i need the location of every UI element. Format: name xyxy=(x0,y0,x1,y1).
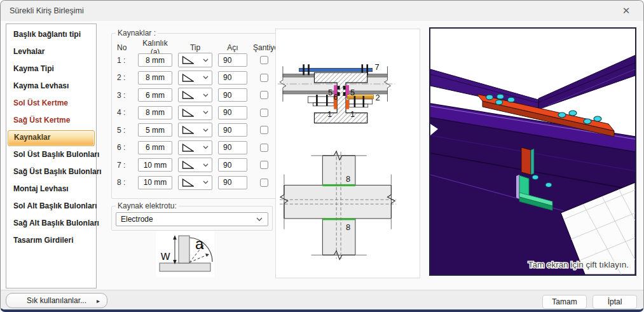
sidebar-item-sa-st-kertme[interactable]: Sağ Üst Kertme xyxy=(6,112,96,130)
sidebar-item-levhalar[interactable]: Levhalar xyxy=(6,44,96,61)
weld-row-number: 2 : xyxy=(117,73,132,82)
favorites-button[interactable]: Sık kullanılanlar... ▸ xyxy=(6,293,107,308)
angle-input[interactable] xyxy=(218,176,247,189)
weld-row-number: 7 : xyxy=(117,161,132,170)
angle-input[interactable] xyxy=(218,123,247,137)
sidebar-item-sol-alt-ba-l-k-bulonlar[interactable]: Sol Alt Başlık Bulonları xyxy=(6,198,96,215)
weld-row: 5 : xyxy=(114,121,275,139)
weld-row: 8 : xyxy=(114,174,275,192)
weld-type-select[interactable] xyxy=(178,175,212,190)
weld-row-number: 5 : xyxy=(117,126,132,135)
sidebar-item-tasar-m-girdileri[interactable]: Tasarım Girdileri xyxy=(6,233,96,250)
sidebar-item-montaj-levhas[interactable]: Montaj Levhası xyxy=(6,181,96,198)
sidebar-item-kaynaklar[interactable]: Kaynaklar xyxy=(8,130,95,146)
thickness-input[interactable] xyxy=(138,71,172,85)
section-label-5-right: 5 xyxy=(350,88,355,97)
chevron-down-icon xyxy=(203,58,209,62)
section-label-5-left: 5 xyxy=(328,88,332,97)
section-label-2: 2 xyxy=(376,93,380,102)
weld-row: 2 : xyxy=(114,69,275,87)
weld-row-number: 3 : xyxy=(117,91,132,100)
chevron-down-icon xyxy=(203,128,209,132)
window-title: Sürekli Kiriş Birleşimi xyxy=(10,6,84,15)
dialog-window: Sürekli Kiriş Birleşimi ✕ Başlık bağlant… xyxy=(0,0,644,312)
weld-row: 6 : xyxy=(114,139,275,157)
site-checkbox[interactable] xyxy=(260,144,268,152)
site-checkbox[interactable] xyxy=(260,161,268,169)
angle-input[interactable] xyxy=(218,141,247,154)
viewer-3d-panel[interactable]: Tam ekran için çift tıklayın. xyxy=(429,27,636,276)
chevron-down-icon xyxy=(203,146,209,149)
weld-table-header: No Kalınlık (a) Tip Açı Şantiye xyxy=(114,39,275,51)
sidebar-item-ba-l-k-ba-lant-tipi[interactable]: Başlık bağlantı tipi xyxy=(6,27,96,44)
weld-type-select[interactable] xyxy=(178,88,212,102)
weld-table-body: 1 : 2 : 3 : xyxy=(114,51,275,191)
site-checkbox[interactable] xyxy=(260,126,268,134)
chevron-down-icon xyxy=(203,163,209,167)
weld-type-select[interactable] xyxy=(178,158,212,172)
col-no: No xyxy=(117,43,132,52)
sidebar-item-sa-st-ba-l-k-bulonlar[interactable]: Sağ Üst Başlık Bulonları xyxy=(6,164,96,181)
site-checkbox[interactable] xyxy=(260,109,268,117)
weld-row: 1 : xyxy=(114,51,275,69)
title-bar: Sürekli Kiriş Birleşimi ✕ xyxy=(1,1,643,21)
weld-symbol-diagram: w a xyxy=(156,231,214,277)
angle-input[interactable] xyxy=(218,106,247,119)
sidebar-item-sol-st-ba-l-k-bulonlar[interactable]: Sol Üst Başlık Bulonları xyxy=(6,147,96,164)
weld-row-number: 6 : xyxy=(117,143,132,152)
cancel-button[interactable]: İptal xyxy=(593,295,637,309)
angle-input[interactable] xyxy=(218,71,247,85)
chevron-down-icon xyxy=(203,93,209,97)
weld-row: 4 : xyxy=(114,104,275,122)
section-label-1-left: 1 xyxy=(327,109,332,119)
fillet-weld-icon xyxy=(181,91,194,99)
close-icon[interactable]: ✕ xyxy=(618,4,634,18)
sidebar-item-kayma-levhas[interactable]: Kayma Levhası xyxy=(6,78,96,95)
diagram-panel: 7 5 5 6 2 1 1 xyxy=(275,29,420,278)
angle-input[interactable] xyxy=(218,88,247,102)
thickness-input[interactable] xyxy=(138,158,172,172)
angle-input[interactable] xyxy=(218,53,247,67)
weld-type-select[interactable] xyxy=(178,140,212,155)
site-checkbox[interactable] xyxy=(260,91,268,99)
electrode-group: Kaynak elektrotu: Electrode xyxy=(111,201,273,231)
viewer-3d-scene: Tam ekran için çift tıklayın. xyxy=(430,29,635,275)
thickness-input[interactable] xyxy=(138,123,172,137)
weld-type-select[interactable] xyxy=(178,53,212,67)
sidebar-item-sol-st-kertme[interactable]: Sol Üst Kertme xyxy=(6,95,96,112)
section-label-7: 7 xyxy=(375,62,380,72)
weld-row: 7 : xyxy=(114,156,275,174)
plan-label-8-bottom: 8 xyxy=(346,222,350,232)
favorites-label: Sık kullanılanlar... xyxy=(27,296,86,305)
site-checkbox[interactable] xyxy=(260,179,268,187)
fillet-weld-icon xyxy=(181,109,194,117)
section-diagram: 7 5 5 6 2 1 1 xyxy=(277,32,419,150)
chevron-down-icon xyxy=(256,217,263,221)
weld-type-select[interactable] xyxy=(178,105,212,120)
weld-type-select[interactable] xyxy=(178,71,212,85)
welds-group: Kaynaklar : No Kalınlık (a) Tip Açı Şant… xyxy=(111,29,278,199)
angle-input[interactable] xyxy=(218,158,247,172)
arrow-right-icon: ▸ xyxy=(97,297,100,304)
fillet-weld-icon xyxy=(181,179,194,187)
site-checkbox[interactable] xyxy=(260,74,268,82)
weld-row: 3 : xyxy=(114,86,275,104)
col-site: Şantiye xyxy=(253,43,275,52)
sidebar: Başlık bağlantı tipiLevhalarKayma TipiKa… xyxy=(6,24,97,288)
sidebar-item-sa-alt-ba-l-k-bulonlar[interactable]: Sağ Alt Başlık Bulonları xyxy=(6,215,96,233)
ok-button[interactable]: Tamam xyxy=(542,295,587,309)
weld-type-select[interactable] xyxy=(178,123,212,137)
weld-row-number: 8 : xyxy=(117,178,132,187)
fillet-weld-icon xyxy=(181,126,194,134)
fullscreen-hint: Tam ekran için çift tıklayın. xyxy=(528,260,629,269)
thickness-input[interactable] xyxy=(138,53,172,67)
site-checkbox[interactable] xyxy=(260,56,268,64)
thickness-input[interactable] xyxy=(138,141,172,154)
electrode-select[interactable]: Electrode xyxy=(116,212,268,226)
thickness-input[interactable] xyxy=(138,176,172,189)
sidebar-item-kayma-tipi[interactable]: Kayma Tipi xyxy=(6,61,96,78)
electrode-group-label: Kaynak elektrotu: xyxy=(116,201,179,210)
thickness-input[interactable] xyxy=(138,106,172,119)
weld-w-label: w xyxy=(160,248,170,262)
thickness-input[interactable] xyxy=(138,88,172,102)
